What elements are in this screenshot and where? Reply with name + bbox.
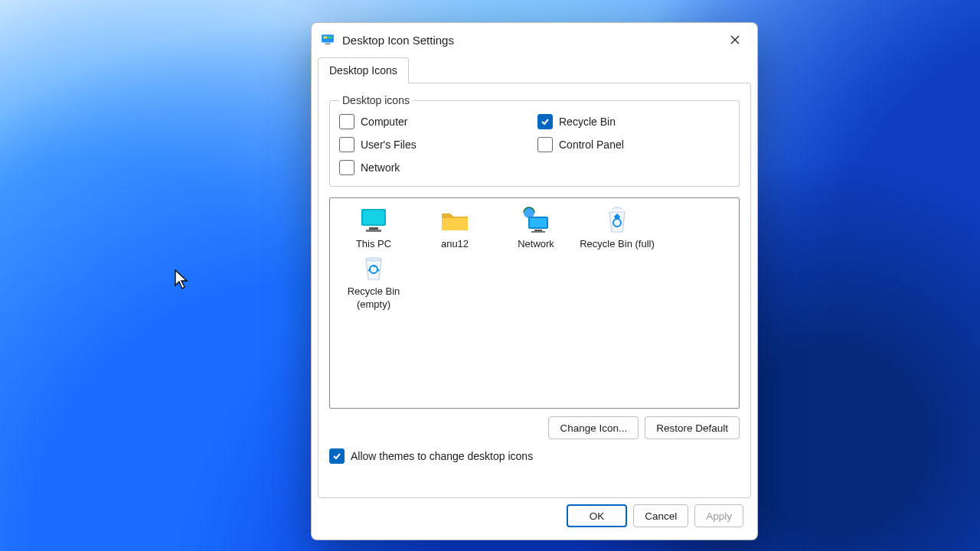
svg-rect-7 <box>366 230 381 232</box>
close-button[interactable] <box>717 28 753 52</box>
checkbox-recycle-bin[interactable]: Recycle Bin <box>537 114 730 129</box>
icon-label: Network <box>518 238 554 250</box>
svg-rect-5 <box>363 210 384 224</box>
checkbox-control-panel[interactable]: Control Panel <box>537 137 730 152</box>
checkbox-computer[interactable]: Computer <box>339 114 531 129</box>
svg-point-14 <box>366 258 381 261</box>
folder-icon <box>439 206 470 235</box>
desktop-icon-settings-dialog: Desktop Icon Settings Desktop Icons Desk… <box>311 22 758 540</box>
close-icon <box>730 35 740 44</box>
checkbox-label: Network <box>361 161 400 174</box>
icon-preview-list[interactable]: This PC anu12 Network Recycle Bin (full) <box>329 197 740 409</box>
checkbox-label: Allow themes to change desktop icons <box>351 450 533 462</box>
recycle-bin-empty-icon <box>358 253 389 282</box>
checkbox-label: Control Panel <box>559 139 624 151</box>
svg-rect-12 <box>531 231 545 233</box>
group-legend: Desktop icons <box>339 94 413 106</box>
checkbox-label: Recycle Bin <box>559 116 616 128</box>
icon-label: Recycle Bin (full) <box>580 238 655 250</box>
icon-item-recycle-bin-full[interactable]: Recycle Bin (full) <box>577 206 658 250</box>
checkbox-network[interactable]: Network <box>339 160 531 175</box>
tab-panel: Desktop icons Computer Recycle Bin User'… <box>318 83 751 498</box>
svg-rect-6 <box>369 227 378 230</box>
checkbox-label: Computer <box>361 116 407 128</box>
window-title: Desktop Icon Settings <box>342 34 717 47</box>
icon-item-user-folder[interactable]: anu12 <box>414 206 495 250</box>
apply-button[interactable]: Apply <box>694 504 743 527</box>
cursor-icon <box>175 269 190 291</box>
checkbox-label: User's Files <box>361 139 416 151</box>
svg-rect-3 <box>325 44 331 45</box>
icon-item-this-pc[interactable]: This PC <box>333 206 414 250</box>
svg-rect-1 <box>323 37 327 39</box>
checkbox-allow-themes[interactable]: Allow themes to change desktop icons <box>329 448 740 464</box>
dialog-button-row: OK Cancel Apply <box>312 504 757 540</box>
icon-label: anu12 <box>441 238 469 250</box>
tab-bar: Desktop Icons <box>312 57 757 83</box>
icon-item-network[interactable]: Network <box>495 206 577 250</box>
restore-default-button[interactable]: Restore Default <box>645 416 740 439</box>
icon-item-recycle-bin-empty[interactable]: Recycle Bin (empty) <box>333 253 414 311</box>
this-pc-icon <box>358 206 389 235</box>
svg-rect-11 <box>534 230 542 231</box>
titlebar[interactable]: Desktop Icon Settings <box>312 23 757 57</box>
network-icon <box>521 206 551 235</box>
app-icon <box>321 33 335 47</box>
cancel-button[interactable]: Cancel <box>633 504 688 527</box>
desktop-icons-group: Desktop icons Computer Recycle Bin User'… <box>329 94 740 187</box>
tab-desktop-icons[interactable]: Desktop Icons <box>318 57 409 83</box>
recycle-bin-full-icon <box>602 206 632 235</box>
checkbox-users-files[interactable]: User's Files <box>339 137 531 152</box>
svg-rect-10 <box>530 218 547 227</box>
icon-label: Recycle Bin (empty) <box>333 285 414 311</box>
icon-label: This PC <box>356 238 391 250</box>
svg-rect-2 <box>328 37 332 39</box>
change-icon-button[interactable]: Change Icon... <box>548 416 639 439</box>
ok-button[interactable]: OK <box>567 504 628 527</box>
